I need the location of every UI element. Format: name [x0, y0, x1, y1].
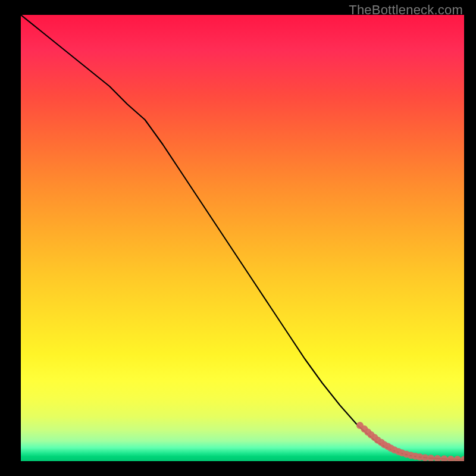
- chart-point: [461, 456, 464, 461]
- chart-point: [447, 456, 455, 461]
- chart-line-curve: [21, 15, 464, 459]
- watermark-text: TheBottleneck.com: [349, 2, 463, 18]
- chart-point: [434, 455, 441, 461]
- chart-point: [440, 455, 447, 461]
- chart-scatter-points: [356, 422, 464, 461]
- chart-plot-area: [21, 15, 464, 461]
- chart-frame: TheBottleneck.com: [0, 0, 476, 476]
- chart-point: [427, 455, 434, 461]
- chart-overlay-svg: [21, 15, 464, 461]
- chart-point: [454, 456, 461, 461]
